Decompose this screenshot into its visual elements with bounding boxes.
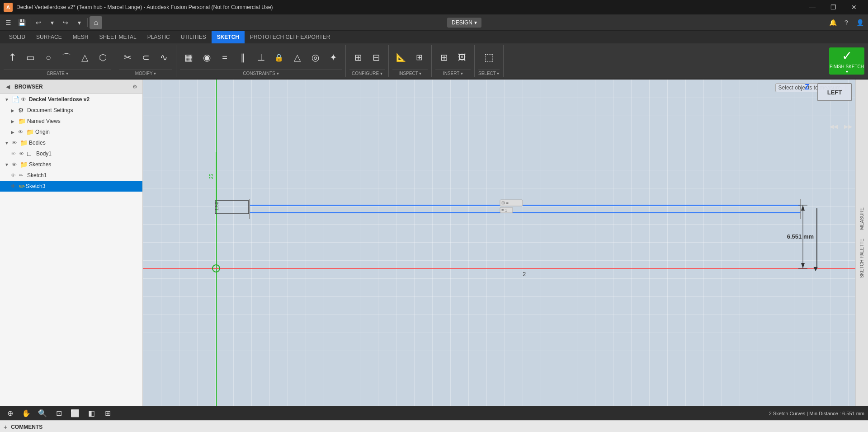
undo-dropdown[interactable]: ▾ — [46, 16, 58, 29]
create-buttons: ↗ ▭ ○ ⌒ △ ⬡ — [4, 45, 111, 70]
bodies-arrow[interactable]: ▼ — [5, 141, 11, 146]
app-menu-button[interactable]: ☰ — [2, 16, 14, 29]
tangent-icon: △ — [294, 52, 301, 63]
doc-settings-icon: ⚙ — [18, 107, 26, 114]
browser-settings-button[interactable]: ⚙ — [131, 83, 139, 91]
circle-tool[interactable]: ○ — [40, 47, 57, 67]
concentric-tool[interactable]: ◎ — [307, 47, 324, 67]
select-tool[interactable]: ⬚ — [480, 47, 497, 67]
nav-left-arrow[interactable]: ◀◀ — [827, 120, 840, 133]
tab-sketch[interactable]: SKETCH — [212, 31, 245, 43]
lock-tool[interactable]: 🔒 — [270, 47, 288, 67]
browser-collapse-button[interactable]: ◀ — [4, 83, 12, 91]
help-button[interactable]: ? — [840, 16, 853, 29]
tab-surface[interactable]: SURFACE — [31, 31, 67, 43]
view-cube[interactable]: LEFT — [817, 83, 852, 117]
insert-label[interactable]: INSERT ▾ — [435, 70, 471, 77]
undo-button[interactable]: ↩ — [32, 16, 45, 29]
constraints-label[interactable]: CONSTRAINTS ▾ — [180, 70, 342, 77]
inspect-label[interactable]: INSPECT ▾ — [392, 70, 428, 77]
parallel-tool[interactable]: ∥ — [234, 47, 251, 67]
maximize-button[interactable]: ❐ — [823, 0, 844, 14]
tree-item-root[interactable]: ▼ 📄 👁 Deckel Verteilerdose v2 — [0, 94, 142, 105]
notifications-button[interactable]: 🔔 — [826, 16, 839, 29]
design-dropdown[interactable]: DESIGN ▾ — [447, 18, 481, 28]
tree-item-bodies[interactable]: ▼ 👁 📁 Bodies — [0, 137, 142, 148]
sketch-palette-label[interactable]: SKETCH PALETTE — [859, 239, 864, 278]
tree-item-sketches[interactable]: ▼ 👁 📁 Sketches — [0, 159, 142, 170]
tangent-tool[interactable]: △ — [288, 47, 306, 67]
insert1-tool[interactable]: ⊞ — [435, 47, 453, 67]
symmetry-tool[interactable]: ✦ — [325, 47, 342, 67]
tab-plastic[interactable]: PLASTIC — [142, 31, 175, 43]
view-cube-face[interactable]: LEFT — [817, 83, 852, 101]
redo-dropdown[interactable]: ▾ — [73, 16, 85, 29]
body1-eye2[interactable]: 👁 — [19, 151, 26, 156]
offset-tool[interactable]: ⊂ — [137, 47, 154, 67]
modify-label[interactable]: MODIFY ▾ — [119, 70, 172, 77]
tree-item-body1[interactable]: 👁 👁 □ Body1 — [0, 148, 142, 159]
inspect2-tool[interactable]: ⊞ — [410, 47, 428, 67]
sketches-eye[interactable]: 👁 — [12, 162, 19, 167]
tree-item-doc-settings[interactable]: ▶ ⚙ Document Settings — [0, 105, 142, 116]
grid-button[interactable]: ⊞ — [101, 407, 114, 420]
tab-mesh[interactable]: MESH — [67, 31, 94, 43]
rect-tool[interactable]: ▭ — [22, 47, 39, 67]
measure-label[interactable]: MEASURE — [859, 207, 864, 230]
equal-tool[interactable]: = — [216, 47, 233, 67]
sketch1-eye1[interactable]: 👁 — [11, 173, 18, 178]
pan-button[interactable]: ✋ — [20, 407, 33, 420]
configure2-tool[interactable]: ⊟ — [368, 47, 385, 67]
trim-tool[interactable]: ✂ — [119, 47, 136, 67]
sketch1-eye2[interactable]: ✏ — [19, 173, 26, 178]
root-eye[interactable]: 👁 — [21, 96, 28, 103]
effects-button[interactable]: ◧ — [85, 407, 98, 420]
orbit-button[interactable]: ⊕ — [4, 407, 16, 420]
redo-button[interactable]: ↪ — [59, 16, 72, 29]
tree-item-origin[interactable]: ▶ 👁 📁 Origin — [0, 127, 142, 137]
home-button[interactable]: ⌂ — [90, 16, 102, 29]
doc-settings-arrow[interactable]: ▶ — [11, 108, 17, 113]
comments-expand-button[interactable]: + — [4, 423, 7, 431]
line-tool[interactable]: ↗ — [4, 47, 21, 67]
hatch-tool[interactable]: ▦ — [180, 47, 197, 67]
spline-tool[interactable]: ∿ — [155, 47, 172, 67]
sketches-arrow[interactable]: ▼ — [5, 162, 11, 167]
tab-solid[interactable]: SOLID — [4, 31, 31, 43]
midpoint-tool[interactable]: ◉ — [198, 47, 215, 67]
close-button[interactable]: ✕ — [844, 0, 864, 14]
nav-right-arrow[interactable]: ▶▶ — [842, 120, 854, 133]
select-label[interactable]: SELECT ▾ — [478, 70, 500, 77]
perp-tool[interactable]: ⊥ — [252, 47, 269, 67]
insert-image-tool[interactable]: 🖼 — [453, 47, 471, 67]
minimize-button[interactable]: — — [802, 0, 823, 14]
bodies-eye[interactable]: 👁 — [12, 140, 19, 146]
create-label[interactable]: CREATE ▾ — [4, 70, 111, 77]
root-arrow[interactable]: ▼ — [5, 97, 11, 102]
body1-eye1[interactable]: 👁 — [11, 151, 18, 156]
user-profile-button[interactable]: 👤 — [854, 16, 866, 29]
zoom-extend-button[interactable]: ⊡ — [52, 407, 65, 420]
origin-eye[interactable]: 👁 — [18, 129, 25, 135]
tree-item-sketch1[interactable]: 👁 ✏ Sketch1 — [0, 170, 142, 181]
sketch3-eye[interactable]: 👁 — [11, 183, 18, 189]
canvas-area[interactable]: ⊞ ≡ ≡ 1 2 25 1.50 6.551 mm ▼ — [143, 80, 868, 406]
dim-value: 6.551 mm — [787, 233, 814, 240]
arc-tool[interactable]: ⌒ — [58, 47, 75, 67]
tab-utilities[interactable]: UTILITIES — [175, 31, 212, 43]
tab-prototech[interactable]: PROTOTECH GLTF EXPORTER — [245, 31, 335, 43]
zoom-button[interactable]: 🔍 — [36, 407, 49, 420]
tree-item-named-views[interactable]: ▶ 📁 Named Views — [0, 116, 142, 127]
more-create[interactable]: ⬡ — [94, 47, 111, 67]
save-button[interactable]: 💾 — [15, 16, 28, 29]
measure-tool[interactable]: 📐 — [392, 47, 410, 67]
configure-label[interactable]: CONFIGURE ▾ — [349, 70, 385, 77]
display-settings-button[interactable]: ⬜ — [69, 407, 81, 420]
tab-sheetmetal[interactable]: SHEET METAL — [94, 31, 142, 43]
finish-sketch-button[interactable]: ✓ FINISH SKETCH ▾ — [829, 47, 864, 75]
configure1-tool[interactable]: ⊞ — [349, 47, 367, 67]
polygon-tool[interactable]: △ — [76, 47, 93, 67]
origin-arrow[interactable]: ▶ — [11, 130, 17, 135]
tree-item-sketch3[interactable]: 👁 ✏ Sketch3 — [0, 181, 142, 192]
named-views-arrow[interactable]: ▶ — [11, 119, 17, 124]
